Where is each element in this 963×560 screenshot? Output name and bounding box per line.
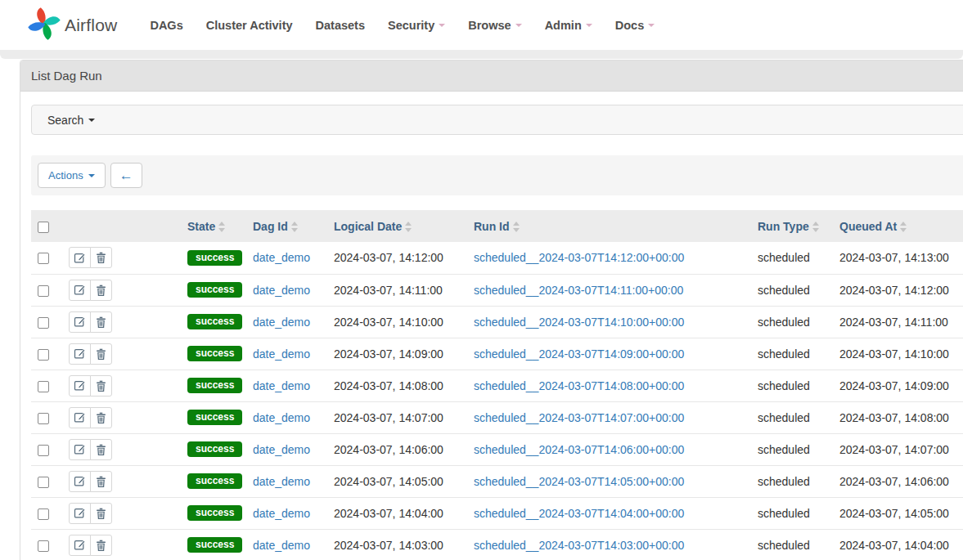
column-header-run-type[interactable]: Run Type xyxy=(751,210,833,242)
row-checkbox[interactable] xyxy=(38,540,49,552)
dag-id-link[interactable]: date_demo xyxy=(253,411,310,424)
nav-item-dags[interactable]: DAGs xyxy=(138,0,194,50)
delete-record-button[interactable] xyxy=(90,471,112,492)
top-navbar: Airflow DAGsCluster ActivityDatasetsSecu… xyxy=(0,0,963,50)
queued-at-cell: 2024-03-07, 14:07:00 xyxy=(833,433,963,465)
delete-record-button[interactable] xyxy=(90,407,112,428)
dag-id-link[interactable]: date_demo xyxy=(253,443,310,456)
logical-date-cell: 2024-03-07, 14:12:00 xyxy=(327,242,467,274)
actions-label: Actions xyxy=(48,169,83,181)
row-checkbox[interactable] xyxy=(38,445,49,456)
run-id-link[interactable]: scheduled__2024-03-07T14:10:00+00:00 xyxy=(474,316,684,329)
dag-id-link[interactable]: date_demo xyxy=(253,316,310,329)
dag-id-link[interactable]: date_demo xyxy=(253,347,310,361)
row-checkbox[interactable] xyxy=(38,413,49,424)
column-header-dag-id[interactable]: Dag Id xyxy=(246,210,327,242)
run-id-link[interactable]: scheduled__2024-03-07T14:09:00+00:00 xyxy=(474,347,684,361)
sort-icon xyxy=(405,222,412,232)
row-checkbox[interactable] xyxy=(38,349,49,361)
dag-id-link[interactable]: date_demo xyxy=(253,251,310,264)
table-row: success date_demo 2024-03-07, 14:08:00 s… xyxy=(31,370,963,401)
edit-icon xyxy=(74,252,86,264)
run-id-link[interactable]: scheduled__2024-03-07T14:07:00+00:00 xyxy=(474,411,684,424)
column-header-queued-at[interactable]: Queued At xyxy=(833,210,963,242)
nav-item-admin[interactable]: Admin xyxy=(533,0,604,50)
column-header-logical-date[interactable]: Logical Date xyxy=(327,210,467,242)
run-id-link[interactable]: scheduled__2024-03-07T14:04:00+00:00 xyxy=(474,507,684,520)
run-id-link[interactable]: scheduled__2024-03-07T14:08:00+00:00 xyxy=(474,379,684,392)
row-checkbox[interactable] xyxy=(38,317,49,329)
delete-record-button[interactable] xyxy=(90,535,112,556)
edit-record-button[interactable] xyxy=(69,503,91,524)
delete-record-button[interactable] xyxy=(90,503,112,524)
edit-icon xyxy=(74,411,86,423)
run-id-link[interactable]: scheduled__2024-03-07T14:05:00+00:00 xyxy=(474,475,684,488)
queued-at-cell: 2024-03-07, 14:11:00 xyxy=(833,306,963,338)
edit-record-button[interactable] xyxy=(69,439,91,460)
column-header-run-id[interactable]: Run Id xyxy=(467,210,751,242)
nav-item-security[interactable]: Security xyxy=(376,0,457,50)
delete-record-button[interactable] xyxy=(90,247,112,268)
dag-id-link[interactable]: date_demo xyxy=(253,475,310,488)
edit-icon xyxy=(74,539,86,551)
airflow-brand[interactable]: Airflow xyxy=(27,6,117,44)
row-checkbox[interactable] xyxy=(38,285,49,297)
edit-record-button[interactable] xyxy=(69,280,91,301)
edit-record-button[interactable] xyxy=(69,311,91,333)
nav-item-browse[interactable]: Browse xyxy=(457,0,533,50)
select-all-checkbox[interactable] xyxy=(38,222,49,233)
nav-item-docs[interactable]: Docs xyxy=(604,0,666,50)
brand-title: Airflow xyxy=(65,16,117,35)
run-id-link[interactable]: scheduled__2024-03-07T14:03:00+00:00 xyxy=(474,539,684,552)
run-type-cell: scheduled xyxy=(751,242,833,274)
actions-toolbar: Actions ← xyxy=(31,155,963,195)
back-button[interactable]: ← xyxy=(110,163,142,188)
dagrun-table-body: success date_demo 2024-03-07, 14:12:00 s… xyxy=(31,242,963,560)
edit-icon xyxy=(74,379,86,392)
nav-item-cluster-activity[interactable]: Cluster Activity xyxy=(195,0,304,50)
page-title: List Dag Run xyxy=(20,60,963,92)
run-id-link[interactable]: scheduled__2024-03-07T14:12:00+00:00 xyxy=(474,251,684,264)
table-row: success date_demo 2024-03-07, 14:10:00 s… xyxy=(31,306,963,338)
delete-record-button[interactable] xyxy=(90,439,112,460)
nav-item-datasets[interactable]: Datasets xyxy=(304,0,376,50)
dag-id-link[interactable]: date_demo xyxy=(253,539,310,552)
run-type-cell: scheduled xyxy=(751,433,833,465)
dag-id-link[interactable]: date_demo xyxy=(253,379,310,392)
table-row: success date_demo 2024-03-07, 14:04:00 s… xyxy=(31,497,963,529)
sort-icon xyxy=(513,222,520,232)
queued-at-cell: 2024-03-07, 14:09:00 xyxy=(833,370,963,401)
dag-id-link[interactable]: date_demo xyxy=(253,284,310,297)
search-filter-toggle[interactable]: Search xyxy=(31,105,963,135)
edit-record-button[interactable] xyxy=(69,407,91,428)
row-checkbox[interactable] xyxy=(38,253,49,264)
edit-record-button[interactable] xyxy=(69,343,91,365)
run-id-link[interactable]: scheduled__2024-03-07T14:06:00+00:00 xyxy=(474,443,684,456)
sort-icon xyxy=(812,222,819,232)
subnav-strip xyxy=(0,50,963,59)
dagrun-table: State Dag Id Logical Date Run Id Run Typ… xyxy=(31,210,963,560)
edit-record-button[interactable] xyxy=(69,471,91,492)
dag-id-link[interactable]: date_demo xyxy=(253,507,310,520)
trash-icon xyxy=(96,540,106,551)
edit-record-button[interactable] xyxy=(69,247,91,268)
run-id-link[interactable]: scheduled__2024-03-07T14:11:00+00:00 xyxy=(474,284,683,297)
airflow-pinwheel-logo xyxy=(27,6,61,44)
delete-record-button[interactable] xyxy=(90,375,112,396)
trash-icon xyxy=(96,284,106,296)
row-checkbox[interactable] xyxy=(38,381,49,392)
logical-date-cell: 2024-03-07, 14:04:00 xyxy=(327,497,467,529)
edit-record-button[interactable] xyxy=(69,375,91,396)
sort-icon xyxy=(900,222,907,232)
row-checkbox[interactable] xyxy=(38,477,49,488)
delete-record-button[interactable] xyxy=(90,343,112,365)
delete-record-button[interactable] xyxy=(90,311,112,333)
queued-at-cell: 2024-03-07, 14:10:00 xyxy=(833,338,963,370)
delete-record-button[interactable] xyxy=(90,280,112,301)
row-checkbox[interactable] xyxy=(38,508,49,520)
status-badge: success xyxy=(187,314,242,329)
column-header-state[interactable]: State xyxy=(181,210,246,242)
edit-record-button[interactable] xyxy=(69,535,91,556)
queued-at-cell: 2024-03-07, 14:04:00 xyxy=(833,529,963,560)
actions-dropdown-button[interactable]: Actions xyxy=(38,163,106,188)
